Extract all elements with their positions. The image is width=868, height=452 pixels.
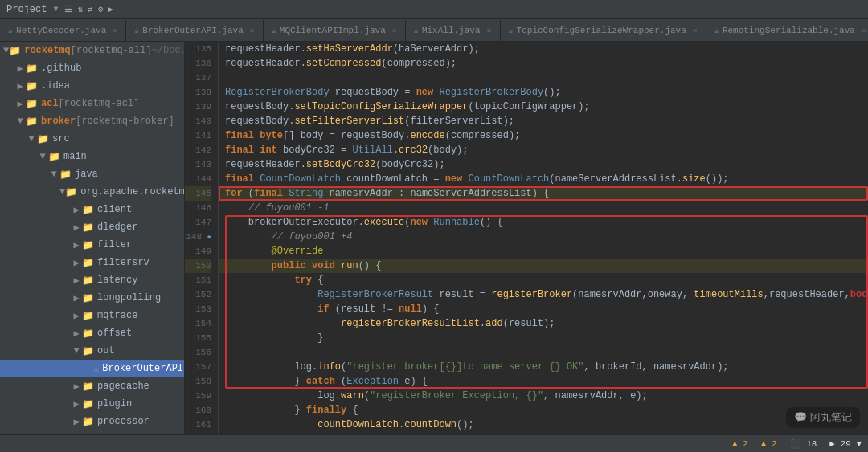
line-num-135: 135 bbox=[185, 42, 211, 56]
arrow-icon: ▶ bbox=[71, 398, 82, 410]
arrow-icon: ▼ bbox=[14, 116, 26, 127]
arrow-icon: ▼ bbox=[48, 169, 59, 180]
sidebar-item-mqtrace[interactable]: ▶ 📁 mqtrace bbox=[0, 307, 184, 324]
arrow-icon: ▶ bbox=[71, 292, 82, 304]
sidebar-item-filter[interactable]: ▶ 📁 filter bbox=[0, 236, 184, 254]
line-num-148: 148 ● bbox=[185, 230, 211, 244]
sidebar-item-latency[interactable]: ▶ 📁 latency bbox=[0, 271, 184, 289]
code-line-147: brokerOuterExecutor.execute(new Runnable… bbox=[219, 215, 868, 230]
line-num-141: 141 bbox=[185, 128, 211, 143]
line-num-145: 145 bbox=[185, 186, 211, 201]
folder-icon: 📁 bbox=[82, 381, 94, 393]
sidebar-item-filtersrv-label: filtersrv bbox=[97, 257, 149, 268]
line-num-146: 146 bbox=[185, 201, 211, 215]
sidebar-item-rocketmq-all[interactable]: ▼ 📁 rocketmq [rocketmq-all] ~/Documents/… bbox=[0, 42, 184, 59]
sidebar-item-out[interactable]: ▼ 📁 out bbox=[0, 342, 184, 360]
line-num-151: 151 bbox=[185, 273, 211, 287]
code-line-158: } catch (Exception e) { bbox=[219, 374, 868, 389]
split-icon[interactable]: ⇄ bbox=[88, 4, 93, 14]
sidebar-item-github-label: .github bbox=[41, 63, 81, 74]
line-num-158: 158 bbox=[185, 374, 211, 389]
java-file-icon: ☕ bbox=[93, 363, 99, 375]
folder-icon: 📁 bbox=[37, 133, 49, 145]
code-line-154: registerBrokerResultList.add(result); bbox=[219, 316, 868, 331]
sidebar-item-main[interactable]: ▼ 📁 main bbox=[0, 148, 184, 165]
tab-brokerouterapi-close[interactable]: ✕ bbox=[250, 26, 255, 35]
sidebar-item-java-label: java bbox=[75, 169, 98, 180]
code-wrapper[interactable]: requestHeader.setHaServerAddr(haServerAd… bbox=[219, 42, 868, 434]
sidebar-item-github[interactable]: ▶ 📁 .github bbox=[0, 59, 184, 77]
sidebar-item-filtersrv[interactable]: ▶ 📁 filtersrv bbox=[0, 254, 184, 271]
arrow-icon: ▶ bbox=[71, 275, 82, 287]
tab-topicconfig-label: TopicConfigSerializeWrapper.java bbox=[517, 26, 686, 35]
tab-remoting-label: RemotingSerializable.java bbox=[723, 26, 855, 35]
line-num-137: 137 bbox=[185, 71, 211, 85]
code-area: 135 136 137 138 139 140 141 142 143 144 … bbox=[185, 42, 868, 434]
arrow-icon: ▶ bbox=[71, 204, 82, 216]
sidebar-item-longpolling[interactable]: ▶ 📁 longpolling bbox=[0, 289, 184, 307]
sidebar-item-plugin[interactable]: ▶ 📁 plugin bbox=[0, 395, 184, 413]
tab-mixall[interactable]: ☕ MixAll.java ✕ bbox=[406, 20, 501, 41]
sidebar-item-acl-label: acl bbox=[41, 98, 59, 109]
sidebar-item-processor[interactable]: ▶ 📁 processor bbox=[0, 413, 184, 430]
tab-remoting[interactable]: ☕ RemotingSerializable.java ✕ bbox=[706, 20, 868, 41]
line-num-156: 156 bbox=[185, 345, 211, 360]
code-line-156 bbox=[219, 345, 868, 360]
sidebar-item-broker[interactable]: ▼ 📁 broker [rocketmq-broker] bbox=[0, 112, 184, 130]
sidebar-item-main-label: main bbox=[63, 151, 87, 162]
sidebar-item-idea[interactable]: ▶ 📁 .idea bbox=[0, 77, 184, 95]
tab-netty[interactable]: ☕ NettyDecoder.java ✕ bbox=[0, 20, 126, 41]
sidebar-item-dledger[interactable]: ▶ 📁 dledger bbox=[0, 218, 184, 236]
code-line-159: log.warn("registerBroker Exception, {}",… bbox=[219, 389, 868, 403]
sidebar-item-src-label: src bbox=[52, 133, 70, 145]
tab-topicconfig-close[interactable]: ✕ bbox=[693, 26, 698, 35]
folder-icon: 📁 bbox=[82, 292, 94, 304]
menu-icon[interactable]: ☰ bbox=[64, 4, 72, 14]
sidebar-item-rocketmq-all-path: ~/Documents/o bbox=[152, 45, 185, 56]
project-label[interactable]: Project bbox=[6, 4, 47, 15]
tab-mqclient-close[interactable]: ✕ bbox=[392, 26, 397, 35]
arrow-icon: ▼ bbox=[26, 133, 37, 145]
status-bar: ▲ 2 ▲ 2 ⬛ 18 ▶ 29 ▼ bbox=[0, 434, 868, 452]
folder-icon: 📁 bbox=[82, 345, 94, 357]
run-icon[interactable]: ▶ bbox=[108, 4, 113, 14]
line-num-140: 140 bbox=[185, 114, 211, 128]
line-num-139: 139 bbox=[185, 100, 211, 114]
settings-icon[interactable]: ⚙ bbox=[98, 4, 104, 14]
code-line-149: @Override bbox=[219, 244, 868, 259]
sidebar-item-src[interactable]: ▼ 📁 src bbox=[0, 130, 184, 148]
tab-netty-close[interactable]: ✕ bbox=[113, 26, 117, 35]
tab-mixall-close[interactable]: ✕ bbox=[487, 26, 492, 35]
status-right: ▲ 2 ▲ 2 ⬛ 18 ▶ 29 ▼ bbox=[732, 438, 862, 449]
main-content: ▼ 📁 rocketmq [rocketmq-all] ~/Documents/… bbox=[0, 42, 868, 434]
line-num-157: 157 bbox=[185, 360, 211, 374]
tab-topicconfig[interactable]: ☕ TopicConfigSerializeWrapper.java ✕ bbox=[501, 20, 706, 41]
line-num-147: 147 bbox=[185, 215, 211, 230]
code-line-141: final byte[] body = requestBody.encode(c… bbox=[219, 128, 868, 143]
sidebar-item-java[interactable]: ▼ 📁 java bbox=[0, 165, 184, 183]
sidebar-item-brokerouterapi[interactable]: ▶ ☕ BrokerOuterAPI bbox=[0, 360, 184, 377]
sidebar-item-idea-label: .idea bbox=[41, 80, 70, 92]
arrow-icon: ▶ bbox=[14, 80, 26, 92]
dropdown-arrow[interactable]: ▼ bbox=[53, 5, 58, 14]
sidebar-item-acl[interactable]: ▶ 📁 acl [rocketmq-acl] bbox=[0, 95, 184, 112]
sidebar-item-org[interactable]: ▼ 📁 org.apache.rocketmq.brok... bbox=[0, 183, 184, 201]
sidebar-item-longpolling-label: longpolling bbox=[97, 292, 161, 303]
code-line-144: final CountDownLatch countDownLatch = ne… bbox=[219, 172, 868, 186]
code-line-150: public void run() { bbox=[219, 259, 868, 273]
code-line-162: } bbox=[219, 432, 868, 434]
arrow-icon: ▶ bbox=[82, 363, 93, 375]
sidebar-item-offset[interactable]: ▶ 📁 offset bbox=[0, 324, 184, 342]
sidebar-item-pagecache[interactable]: ▶ 📁 pagecache bbox=[0, 377, 184, 395]
tab-brokerouterapi[interactable]: ☕ BrokerOuterAPI.java ✕ bbox=[126, 20, 263, 41]
folder-icon: 📁 bbox=[82, 328, 94, 340]
watermark-text: 阿丸笔记 bbox=[810, 411, 852, 423]
sidebar-item-latency-label: latency bbox=[97, 275, 137, 286]
sidebar-item-client[interactable]: ▶ 📁 client bbox=[0, 201, 184, 218]
tab-mqclient[interactable]: ☕ MQClientAPIImpl.java ✕ bbox=[264, 20, 406, 41]
file-tabs: ☕ NettyDecoder.java ✕ ☕ BrokerOuterAPI.j… bbox=[0, 19, 868, 42]
tab-remoting-close[interactable]: ✕ bbox=[862, 26, 866, 35]
structure-icon[interactable]: ⇅ bbox=[77, 4, 83, 14]
code-line-136: requestHeader.setCompressed(compressed); bbox=[219, 56, 868, 71]
folder-icon: 📁 bbox=[82, 222, 94, 234]
